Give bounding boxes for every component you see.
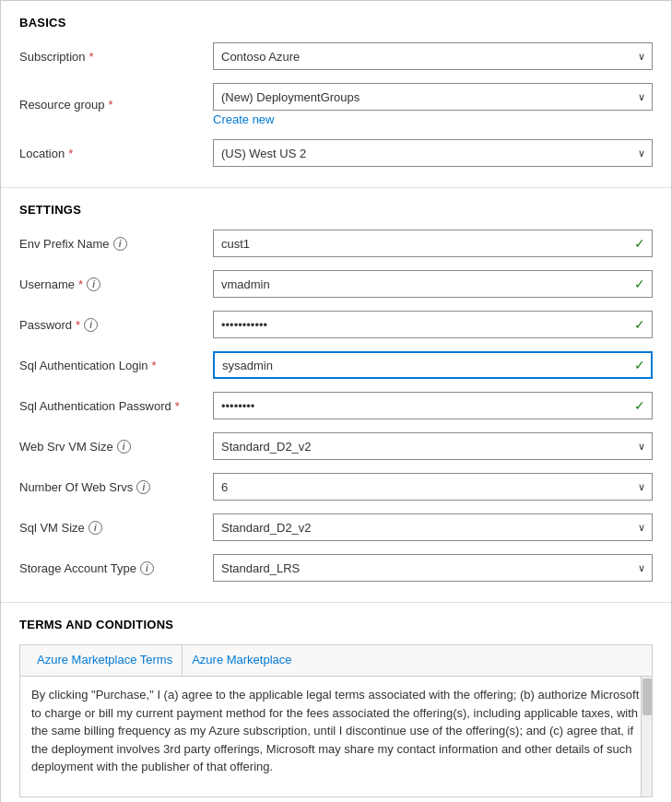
storage-account-type-dropdown-wrapper: Standard_LRS ∨ bbox=[213, 554, 653, 582]
num-web-srvs-row: Number Of Web Srvs i 6 ∨ bbox=[19, 473, 653, 501]
sql-auth-login-input-wrapper: ✓ bbox=[213, 351, 653, 379]
subscription-label: Subscription * bbox=[19, 50, 213, 64]
env-prefix-row: Env Prefix Name i ✓ bbox=[19, 230, 653, 257]
subscription-required: * bbox=[89, 50, 94, 64]
env-prefix-check-icon: ✓ bbox=[634, 236, 645, 251]
sql-auth-password-input[interactable] bbox=[213, 392, 653, 419]
env-prefix-info-icon[interactable]: i bbox=[113, 237, 127, 251]
sql-auth-password-control: ✓ bbox=[213, 392, 653, 419]
sql-auth-login-row: Sql Authentication Login * ✓ bbox=[19, 351, 653, 379]
location-required: * bbox=[68, 147, 73, 160]
sql-auth-password-required: * bbox=[175, 399, 180, 413]
username-info-icon[interactable]: i bbox=[87, 277, 100, 291]
web-srv-vm-size-dropdown[interactable]: Standard_D2_v2 bbox=[213, 432, 653, 460]
username-input-wrapper: ✓ bbox=[213, 270, 653, 298]
password-info-icon[interactable]: i bbox=[84, 318, 98, 332]
env-prefix-input-wrapper: ✓ bbox=[213, 230, 653, 257]
num-web-srvs-label: Number Of Web Srvs i bbox=[19, 480, 213, 494]
web-srv-vm-size-label: Web Srv VM Size i bbox=[19, 440, 213, 454]
resource-group-required: * bbox=[109, 98, 113, 112]
sql-vm-size-row: Sql VM Size i Standard_D2_v2 ∨ bbox=[19, 513, 653, 541]
env-prefix-control: ✓ bbox=[213, 230, 653, 257]
num-web-srvs-dropdown[interactable]: 6 bbox=[213, 473, 653, 501]
storage-account-type-row: Storage Account Type i Standard_LRS ∨ bbox=[19, 554, 653, 582]
location-dropdown-wrapper: (US) West US 2 ∨ bbox=[213, 139, 653, 167]
terms-tab-azure[interactable]: Azure Marketplace bbox=[183, 645, 301, 676]
sql-auth-password-label: Sql Authentication Password * bbox=[19, 399, 213, 413]
username-control: ✓ bbox=[213, 270, 653, 298]
password-label: Password * i bbox=[19, 318, 213, 332]
storage-account-type-label: Storage Account Type i bbox=[19, 561, 213, 575]
subscription-dropdown[interactable]: Contoso Azure bbox=[213, 42, 653, 70]
resource-group-dropdown-wrapper: (New) DeploymentGroups ∨ bbox=[213, 83, 653, 111]
env-prefix-label: Env Prefix Name i bbox=[19, 237, 213, 251]
username-row: Username * i ✓ bbox=[19, 270, 653, 298]
terms-scrollbar[interactable] bbox=[641, 677, 652, 796]
settings-section: SETTINGS Env Prefix Name i ✓ Username * … bbox=[1, 188, 671, 603]
resource-group-row: Resource group * (New) DeploymentGroups … bbox=[19, 83, 653, 126]
resource-group-control: (New) DeploymentGroups ∨ Create new bbox=[213, 83, 653, 126]
terms-scrollbar-thumb bbox=[643, 678, 652, 715]
settings-title: SETTINGS bbox=[19, 203, 653, 217]
num-web-srvs-dropdown-wrapper: 6 ∨ bbox=[213, 473, 653, 501]
sql-vm-size-dropdown-wrapper: Standard_D2_v2 ∨ bbox=[213, 513, 653, 541]
subscription-row: Subscription * Contoso Azure ∨ bbox=[19, 42, 653, 70]
subscription-dropdown-wrapper: Contoso Azure ∨ bbox=[213, 42, 653, 70]
location-control: (US) West US 2 ∨ bbox=[213, 139, 653, 167]
password-input[interactable] bbox=[213, 311, 653, 338]
location-dropdown[interactable]: (US) West US 2 bbox=[213, 139, 653, 167]
storage-account-type-dropdown[interactable]: Standard_LRS bbox=[213, 554, 653, 582]
web-srv-vm-size-control: Standard_D2_v2 ∨ bbox=[213, 432, 653, 460]
env-prefix-input[interactable] bbox=[213, 230, 653, 257]
password-control: ✓ bbox=[213, 311, 653, 338]
sql-auth-password-input-wrapper: ✓ bbox=[213, 392, 653, 419]
location-label: Location * bbox=[19, 147, 213, 160]
sql-auth-password-check-icon: ✓ bbox=[634, 398, 645, 413]
terms-section: TERMS AND CONDITIONS Azure Marketplace T… bbox=[1, 603, 671, 802]
terms-box: Azure Marketplace Terms Azure Marketplac… bbox=[19, 644, 653, 797]
basics-section: BASICS Subscription * Contoso Azure ∨ Re… bbox=[1, 1, 671, 188]
password-row: Password * i ✓ bbox=[19, 311, 653, 338]
terms-tab-marketplace[interactable]: Azure Marketplace Terms bbox=[28, 645, 183, 676]
num-web-srvs-info-icon[interactable]: i bbox=[136, 480, 150, 494]
username-label: Username * i bbox=[19, 277, 213, 291]
sql-vm-size-info-icon[interactable]: i bbox=[88, 521, 102, 535]
storage-account-type-control: Standard_LRS ∨ bbox=[213, 554, 653, 582]
password-input-wrapper: ✓ bbox=[213, 311, 653, 338]
terms-content: By clicking "Purchase," I (a) agree to t… bbox=[20, 677, 652, 796]
num-web-srvs-control: 6 ∨ bbox=[213, 473, 653, 501]
web-srv-vm-size-dropdown-wrapper: Standard_D2_v2 ∨ bbox=[213, 432, 653, 460]
sql-auth-login-control: ✓ bbox=[213, 351, 653, 379]
username-check-icon: ✓ bbox=[634, 277, 645, 291]
sql-auth-login-label: Sql Authentication Login * bbox=[19, 359, 213, 372]
sql-vm-size-control: Standard_D2_v2 ∨ bbox=[213, 513, 653, 541]
terms-content-wrapper: By clicking "Purchase," I (a) agree to t… bbox=[20, 677, 652, 796]
terms-tabs: Azure Marketplace Terms Azure Marketplac… bbox=[20, 645, 652, 677]
storage-account-type-info-icon[interactable]: i bbox=[140, 561, 154, 575]
resource-group-label: Resource group * bbox=[19, 98, 213, 112]
sql-auth-login-input[interactable] bbox=[213, 351, 653, 379]
sql-auth-login-required: * bbox=[152, 359, 157, 372]
resource-group-dropdown[interactable]: (New) DeploymentGroups bbox=[213, 83, 653, 111]
basics-title: BASICS bbox=[19, 16, 653, 29]
password-required: * bbox=[76, 318, 80, 332]
web-srv-vm-size-row: Web Srv VM Size i Standard_D2_v2 ∨ bbox=[19, 432, 653, 460]
username-input[interactable] bbox=[213, 270, 653, 298]
sql-auth-password-row: Sql Authentication Password * ✓ bbox=[19, 392, 653, 419]
create-new-link[interactable]: Create new bbox=[213, 112, 653, 126]
web-srv-vm-size-info-icon[interactable]: i bbox=[117, 440, 131, 454]
main-container: BASICS Subscription * Contoso Azure ∨ Re… bbox=[0, 0, 672, 802]
username-required: * bbox=[78, 277, 83, 291]
sql-vm-size-dropdown[interactable]: Standard_D2_v2 bbox=[213, 513, 653, 541]
terms-title: TERMS AND CONDITIONS bbox=[19, 618, 653, 631]
sql-auth-login-check-icon: ✓ bbox=[634, 358, 645, 372]
subscription-control: Contoso Azure ∨ bbox=[213, 42, 653, 70]
sql-vm-size-label: Sql VM Size i bbox=[19, 521, 213, 535]
location-row: Location * (US) West US 2 ∨ bbox=[19, 139, 653, 167]
password-check-icon: ✓ bbox=[634, 317, 645, 332]
